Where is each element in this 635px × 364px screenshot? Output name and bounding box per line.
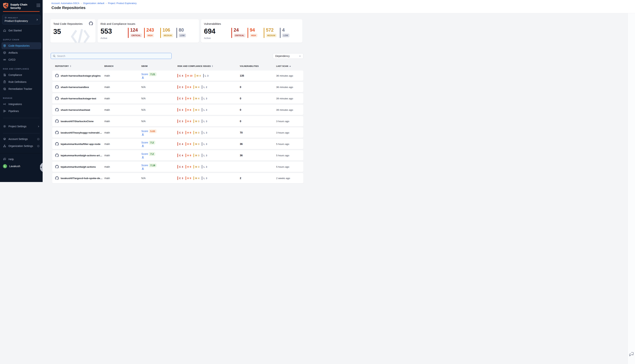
table-row[interactable]: lavakush07/StarbucksClone main N/A C3 H8… [52,116,303,126]
repo-name[interactable]: tejakummarikuntla/gh-actions [61,166,96,168]
repo-name[interactable]: shash-harness/backstage-plugins [61,74,101,77]
github-icon [55,108,59,112]
sidebar-footer: ? Help L Lavakush [0,153,43,182]
table-row[interactable]: shash-harness/shashwat main N/A C3 H8 M3… [52,105,303,115]
score-label: Score [141,141,148,144]
table-row[interactable]: shash-harness/backstage-test main N/A C3… [52,93,303,104]
issues-cell: C4 H9 M3 L3 [178,165,240,168]
home-icon [3,29,6,32]
issues-critical: C3 [178,119,183,123]
branch-value: main [104,97,141,100]
sidebar-item-project-settings[interactable]: Project Settings [0,123,43,130]
repo-name[interactable]: tejakummarikuntla/filler-app-node [61,143,101,146]
download-icon[interactable] [141,156,155,159]
sidebar-item-integrations[interactable]: Integrations [0,101,43,108]
user-menu[interactable]: L Lavakush [0,163,43,170]
sidebar-item-artifacts[interactable]: Artifacts [0,49,43,56]
sbom-cell: N/A [141,177,178,180]
sidebar-section-manage: MANAGE [3,97,40,99]
module-grid-icon[interactable] [37,4,40,7]
vulnerabilities-value: 135 [240,74,276,77]
sidebar-item-account-settings[interactable]: Account Settings [0,136,43,142]
repo-name[interactable]: shash-harness/backstage-test [61,97,96,100]
info-icon[interactable] [37,138,40,140]
search-input[interactable] [57,54,170,58]
table-header: REPOSITORY BRANCH SBOM RISK AND COMPLIAN… [52,64,303,68]
severity-medium: 106MEDIUM [160,28,176,38]
branch-value: main [104,177,141,180]
repo-name[interactable]: tejakummarikuntla/gh-actions-artifacts [61,154,103,157]
table-row[interactable]: shash-harness/sandbox main N/A C3 H8 M4 … [52,82,303,92]
sidebar-item-get-started[interactable]: Get Started [0,27,43,34]
issues-cell: C3 H9 M4 L3 [178,176,240,180]
repo-name[interactable]: lavakush07/StarbucksClone [61,120,94,123]
sidebar-item-organization-settings[interactable]: Organization Settings [0,142,43,150]
table-row[interactable]: tejakummarikuntla/filler-app-node main S… [52,139,303,149]
sidebar-item-cicd[interactable]: CI/CD [0,56,43,63]
header-vulnerabilities: VULNERABILITIES [240,65,276,67]
github-icon [55,165,59,168]
sidebar-item-code-repositories[interactable]: Code Repositories [2,42,41,49]
breadcrumb-account[interactable]: Account: Automation-SSCA [51,2,79,4]
severity-badge: LOW [179,34,186,37]
download-icon[interactable] [141,167,157,170]
sbom-score: Score 7.2 [141,141,155,147]
table-row[interactable]: lavakush07/argocd-hub-spoke-demo main N/… [52,173,303,182]
sidebar-item-rule-definitions[interactable]: Rule Definitions [0,78,43,86]
sidebar-item-pipelines[interactable]: Pipelines [0,108,43,114]
table-row[interactable]: lavakush07/easybuggy-vulnerable-app... m… [52,128,303,138]
search-box [51,53,172,59]
sbom-cell: N/A [141,97,178,100]
repo-name[interactable]: lavakush07/argocd-hub-spoke-demo [61,177,103,180]
chevron-down-icon [299,55,301,58]
repo-name[interactable]: lavakush07/easybuggy-vulnerable-app... [61,131,103,134]
download-icon[interactable] [141,144,155,147]
sidebar-section-supply-chain: SUPPLY CHAIN [3,39,40,41]
sbom-score: Score 7.19 [141,164,157,170]
issues-critical: C3 [178,96,183,100]
vuln-total-value: 694 [204,27,215,35]
header-repository[interactable]: REPOSITORY [55,65,104,67]
header-last-scan[interactable]: LAST SCAN [276,65,303,67]
sidebar-item-help[interactable]: ? Help [0,156,43,163]
stat-cards: Total Code Repositories 35 Risk and Comp… [50,19,302,42]
last-scan-value: 5 hours ago [276,154,303,157]
issues-medium: M4 [194,85,199,89]
download-icon[interactable] [141,133,157,136]
breadcrumb-separator-icon: › [106,2,106,4]
app-logo: Supply Chain Security [0,0,43,10]
sidebar-item-compliance[interactable]: Compliance [0,72,43,78]
issues-high: H10 [186,74,193,78]
issues-high: H8 [186,119,191,123]
issues-medium: M3 [194,119,199,123]
last-scan-value: 39 minutes ago [276,97,303,100]
repository-cell: shash-harness/backstage-test [55,96,104,100]
table-row[interactable]: tejakummarikuntla/gh-actions-artifacts m… [52,150,303,160]
repo-name[interactable]: shash-harness/sandbox [61,86,89,88]
risk-total-sub: Active [101,37,112,40]
header-risk-compliance-issues[interactable]: RISK AND COMPLIANCE ISSUES [178,65,240,67]
issues-high: H8 [186,108,191,112]
layers-icon [3,137,6,141]
breadcrumb-organization[interactable]: Organization: default [83,2,104,4]
download-icon[interactable] [141,76,157,79]
sort-icon [70,65,71,67]
info-icon[interactable] [37,145,40,148]
repo-name[interactable]: shash-harness/shashwat [61,108,90,111]
breadcrumb-project[interactable]: Project: Product Exploratory [108,2,137,4]
issues-cell: C3 H8 M4 L2 [178,85,240,89]
dropdown-value: Dependency [275,54,299,58]
dependency-dropdown[interactable]: Dependency [273,53,303,59]
project-selector[interactable]: PROJECT Product Exploratory [2,15,41,24]
brand-accent-line [3,11,40,12]
sidebar-item-remediation-tracker[interactable]: Remediation Tracker [0,86,43,92]
sbom-score: Score 5.83 [141,130,157,136]
table-row[interactable]: tejakummarikuntla/gh-actions main Score … [52,162,303,172]
table-row[interactable]: shash-harness/backstage-plugins main Sco… [52,70,303,81]
issues-medium: M4 [194,96,199,100]
sbom-cell: N/A [141,86,178,88]
repository-cell: shash-harness/sandbox [55,85,104,89]
issues-medium: M3 [194,108,199,112]
repository-cell: lavakush07/easybuggy-vulnerable-app... [55,131,104,134]
severity-badge: MEDIUM [163,34,173,37]
